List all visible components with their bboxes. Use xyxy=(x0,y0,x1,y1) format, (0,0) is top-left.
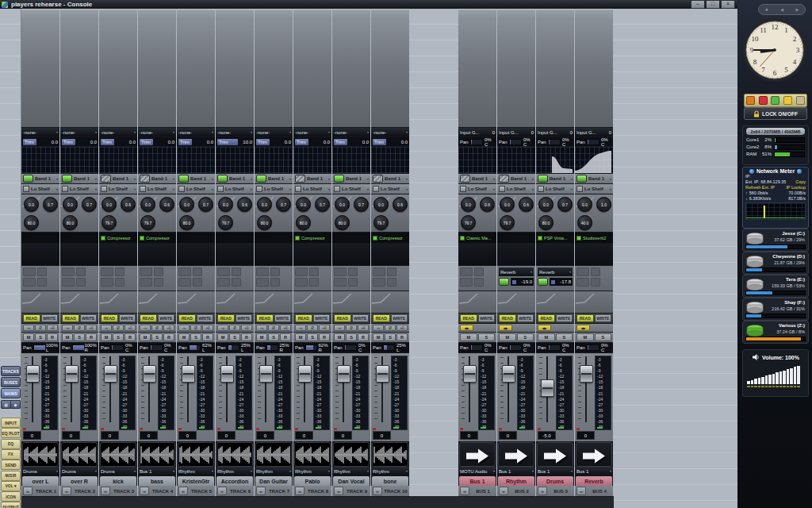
eq-type-selector[interactable]: Lo Shelf▾ xyxy=(536,184,574,194)
eq-knob-2[interactable]: 0.7 xyxy=(198,197,213,212)
strip-name[interactable]: kick xyxy=(100,476,136,486)
mute-button[interactable]: M xyxy=(23,333,34,341)
solo-button[interactable]: S xyxy=(268,333,279,341)
boost-button[interactable]: +0 xyxy=(280,325,291,331)
eq-knob-3[interactable]: 79.7 xyxy=(373,215,389,230)
solo-button[interactable]: S xyxy=(346,333,357,341)
eq-enable-icon[interactable] xyxy=(538,175,548,183)
eq-knob-3[interactable]: 79.7 xyxy=(461,215,476,230)
volume-bars[interactable] xyxy=(747,365,804,384)
eq-plot[interactable] xyxy=(138,147,176,173)
output-selector[interactable]: Rhythm▾ xyxy=(293,467,331,475)
mute-button[interactable]: M xyxy=(62,333,73,341)
input-selector[interactable]: Input G...0 xyxy=(536,128,574,137)
pan-row[interactable]: Pan0% C xyxy=(138,343,176,352)
drive-1[interactable]: Jesse (C:)37.62 GB / 29% xyxy=(742,229,809,252)
input-selector[interactable]: -none-▾ xyxy=(21,128,59,137)
fader-value[interactable]: 0 xyxy=(23,431,41,440)
output-selector[interactable]: Drums▾ xyxy=(99,467,137,475)
io-button[interactable]: ∞ xyxy=(217,487,227,495)
mute-button[interactable]: M xyxy=(576,333,594,341)
gain-button[interactable]: -∞ xyxy=(295,325,306,331)
io-button[interactable]: ∞ xyxy=(373,487,382,495)
eq-knob-2[interactable]: 0.6 xyxy=(121,197,136,212)
record-arm-button[interactable]: R xyxy=(202,333,213,341)
io-button[interactable]: ∞ xyxy=(499,487,508,495)
fader-handle[interactable] xyxy=(259,365,273,383)
write-button[interactable]: WRITE xyxy=(41,314,59,322)
read-button[interactable]: READ xyxy=(576,314,594,322)
mute-button[interactable]: M xyxy=(373,333,384,341)
pan-slider[interactable] xyxy=(228,344,239,351)
fx-slot-empty[interactable] xyxy=(332,244,370,265)
record-arm-button[interactable]: R xyxy=(124,333,136,341)
pan-slider[interactable] xyxy=(587,139,599,145)
output-selector[interactable]: Bus 1▾ xyxy=(497,467,535,475)
launcher-icon-5[interactable] xyxy=(796,96,805,105)
read-button[interactable]: READ xyxy=(23,314,40,322)
record-arm-button[interactable]: R xyxy=(47,333,58,341)
output-selector[interactable]: Drums▾ xyxy=(21,467,59,475)
solo-button[interactable]: S xyxy=(113,333,124,341)
read-button[interactable]: READ xyxy=(499,314,516,322)
boost-button[interactable]: +0 xyxy=(358,325,369,331)
fx-slot-empty[interactable] xyxy=(536,244,574,265)
pan-top-row[interactable]: Pan0% C xyxy=(536,137,574,146)
write-button[interactable]: WRITE xyxy=(595,314,612,322)
pan-slider[interactable] xyxy=(305,344,317,351)
phase-button[interactable]: Ø xyxy=(113,325,124,331)
trim-row[interactable]: Trim0.0 xyxy=(138,137,176,146)
eq-type-selector[interactable]: Lo Shelf▾ xyxy=(332,184,370,194)
lock-onoff-button[interactable]: LOCK ON/OFF xyxy=(744,107,807,120)
strip-name[interactable]: Bus 1 xyxy=(459,476,496,486)
waveform-icon[interactable] xyxy=(372,442,408,467)
view-button-tracks[interactable]: TRACKS xyxy=(1,366,21,376)
fader-value[interactable]: 0 xyxy=(373,431,391,440)
routing-arrow-icon[interactable] xyxy=(537,442,573,467)
eq-knob-3[interactable]: 80.0 xyxy=(179,215,194,230)
fader-handle[interactable] xyxy=(298,365,312,383)
eq-plot[interactable] xyxy=(536,147,574,173)
eq-band-selector[interactable]: Band 1▾ xyxy=(293,174,331,183)
io-button[interactable]: ∞ xyxy=(101,487,110,495)
fx-slot[interactable]: PSP Vinta... xyxy=(536,233,574,243)
fader-value[interactable]: 0 xyxy=(460,431,478,440)
output-selector[interactable]: Bus 1▾ xyxy=(575,467,613,475)
write-button[interactable]: WRITE xyxy=(517,314,534,322)
pan-row[interactable]: Pan0% C xyxy=(99,343,137,352)
eq-knob-1[interactable]: 0.0 xyxy=(461,197,476,212)
pan-row[interactable]: Pan25% R xyxy=(255,343,293,352)
eq-band-selector[interactable]: Band 1▾ xyxy=(332,174,370,183)
read-button[interactable]: READ xyxy=(295,314,312,322)
eq-knob-1[interactable]: 0.0 xyxy=(24,197,39,212)
fader-value[interactable]: 0 xyxy=(295,431,313,440)
fx-slot-empty[interactable] xyxy=(255,244,293,265)
eq-knob-2[interactable]: 0.6 xyxy=(480,197,495,212)
phase-button[interactable]: Ø xyxy=(190,325,201,331)
pan-slider[interactable] xyxy=(33,344,44,351)
drive-3[interactable]: Tera (E:)159.33 GB / 53% xyxy=(742,275,809,298)
waveform-icon[interactable] xyxy=(294,442,331,467)
eq-plot[interactable] xyxy=(216,147,254,173)
trim-row[interactable]: Trim0.0 xyxy=(371,137,409,146)
eq-knob-2[interactable]: 1.0 xyxy=(596,197,611,212)
eq-band-selector[interactable]: Band 1▾ xyxy=(255,174,293,183)
fx-slot[interactable] xyxy=(21,233,59,243)
routing-arrow-icon[interactable] xyxy=(498,442,534,467)
write-button[interactable]: WRITE xyxy=(352,314,370,322)
section-button-m-s-r[interactable]: M/S/R xyxy=(1,471,21,481)
pan-slider[interactable] xyxy=(344,344,357,351)
fx-slot-empty[interactable] xyxy=(497,244,535,265)
launcher-icon-4[interactable] xyxy=(783,96,792,105)
send-level[interactable]: -19.0 xyxy=(511,278,534,286)
fader-value[interactable]: 0 xyxy=(62,431,80,440)
output-selector[interactable]: Rhythm▾ xyxy=(255,467,293,475)
eq-plot[interactable] xyxy=(371,147,409,173)
write-button[interactable]: WRITE xyxy=(274,314,292,322)
phase-button[interactable]: Ø xyxy=(151,325,163,331)
solo-button[interactable]: S xyxy=(190,333,201,341)
pan-slider[interactable] xyxy=(470,344,483,351)
eq-band-selector[interactable]: Band 1▾ xyxy=(21,174,59,183)
width-button[interactable]: ◀▶ xyxy=(538,325,551,331)
eq-plot[interactable] xyxy=(575,147,613,173)
